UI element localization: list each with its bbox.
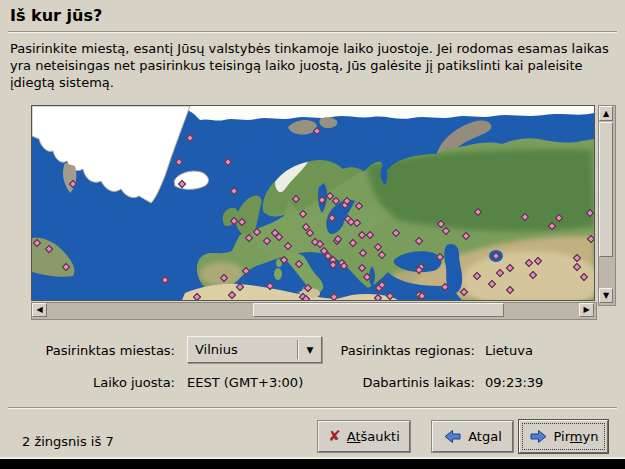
back-button[interactable]: Atgal: [432, 421, 513, 452]
cancel-rest: šaukti: [361, 429, 400, 444]
scroll-down-button[interactable]: ▼: [599, 288, 613, 303]
scroll-right-icon: ▶: [583, 306, 589, 314]
arrow-right-icon: [529, 429, 548, 444]
title-separator: [8, 31, 617, 33]
next-button[interactable]: Pirmyn: [518, 419, 609, 454]
back-button-label: Atgal: [468, 429, 502, 444]
back-rest: al: [490, 429, 502, 444]
scroll-down-icon: ▼: [603, 292, 609, 300]
region-value: Lietuva: [485, 343, 533, 358]
map-vertical-scrollbar[interactable]: ▲ ▼: [598, 105, 616, 306]
sardinia: [274, 268, 282, 280]
region-label: Pasirinktas regionas:: [150, 343, 475, 358]
city-map[interactable]: [31, 105, 595, 301]
back-pre: At: [468, 429, 482, 444]
cancel-mnemonic: At: [347, 429, 361, 444]
current-time-label: Dabartinis laikas:: [150, 375, 475, 390]
scroll-right-button[interactable]: ▶: [579, 303, 594, 317]
cancel-x-icon: ✘: [328, 429, 341, 444]
intro-text: Pasirinkite miestą, esantį Jūsų valstybė…: [10, 40, 616, 91]
desktop-background-strip: [0, 459, 625, 469]
cancel-button[interactable]: ✘ Atšaukti: [318, 421, 410, 452]
back-mnemonic: g: [482, 429, 490, 444]
horizontal-scroll-thumb[interactable]: [253, 303, 504, 317]
scroll-up-button[interactable]: ▲: [599, 106, 613, 121]
next-mnemonic: m: [570, 429, 583, 444]
step-indicator: 2 žingsnis iš 7: [22, 434, 114, 449]
timezone-label: Laiko juosta:: [0, 375, 175, 390]
page-title: Iš kur jūs?: [10, 6, 102, 25]
next-rest: yn: [583, 429, 599, 444]
city-label: Pasirinktas miestas:: [0, 343, 175, 358]
cancel-button-label: Atšaukti: [347, 429, 400, 444]
scroll-left-button[interactable]: ◀: [32, 303, 47, 317]
actions-separator: [8, 407, 617, 409]
map-horizontal-scrollbar[interactable]: ◀ ▶: [31, 302, 597, 320]
arrow-left-icon: [443, 429, 462, 444]
current-time-value: 09:23:39: [485, 375, 543, 390]
scroll-left-icon: ◀: [36, 306, 42, 314]
next-button-label: Pirmyn: [554, 429, 599, 444]
next-pre: Pir: [554, 429, 570, 444]
scroll-up-icon: ▲: [603, 110, 609, 118]
vertical-scroll-thumb[interactable]: [599, 122, 613, 257]
timezone-wizard-page: Iš kur jūs? Pasirinkite miestą, esantį J…: [0, 0, 625, 469]
